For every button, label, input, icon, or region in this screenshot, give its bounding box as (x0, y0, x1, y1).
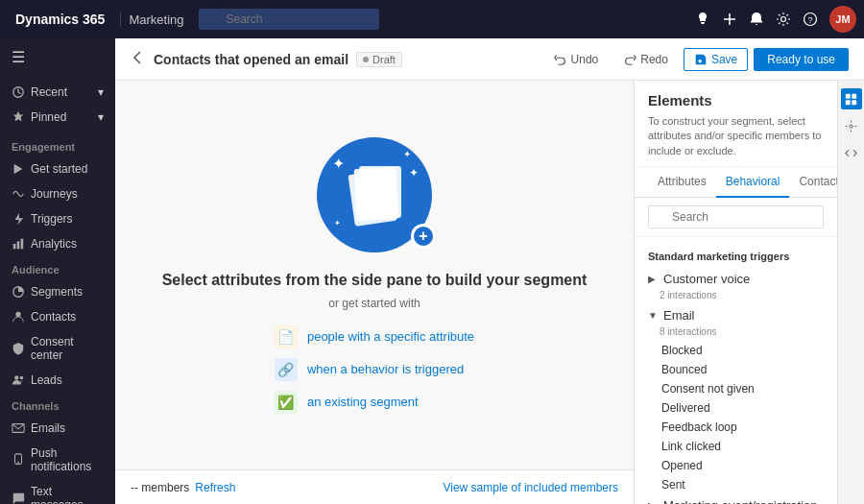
leads-icon (12, 373, 25, 387)
tab-attributes[interactable]: Attributes (648, 167, 716, 198)
panel-tabs: Attributes Behavioral Contacts (635, 167, 837, 198)
undo-button[interactable]: Undo (544, 49, 609, 70)
canvas: ✦ ✦ ✦ ✦ + Select attributes from the sid… (115, 81, 634, 504)
canvas-option-attribute[interactable]: 📄 people with a specific attribute (275, 325, 474, 348)
panel-leaf-delivered[interactable]: Delivered (635, 398, 837, 418)
sidebar-item-push[interactable]: Push notifications (0, 441, 115, 479)
tab-behavioral[interactable]: Behavioral (716, 167, 790, 198)
triggers-icon (12, 212, 25, 226)
panel-item-customer-voice[interactable]: ▶ Customer voice (635, 268, 837, 290)
search-input[interactable] (199, 9, 379, 30)
pin-icon (12, 110, 25, 124)
redo-button[interactable]: Redo (613, 49, 678, 70)
sidebar-item-segments[interactable]: Segments (0, 279, 115, 304)
panel-main: Elements To construct your segment, sele… (635, 81, 837, 504)
panel-leaf-bounced[interactable]: Bounced (635, 360, 837, 379)
tab-contacts[interactable]: Contacts (789, 167, 837, 198)
panel-content: Standard marketing triggers ▶ Customer v… (635, 237, 837, 504)
behavior-option-label: when a behavior is triggered (307, 362, 464, 376)
brand-title: Dynamics 365 (8, 12, 112, 27)
code-icon (845, 147, 857, 159)
segment-icon: ✅ (275, 391, 298, 414)
panel-leaf-sent[interactable]: Sent (635, 475, 837, 494)
sidebar-item-leads[interactable]: Leads (0, 368, 115, 393)
sms-label: Text messages (31, 485, 104, 504)
back-button[interactable] (131, 50, 146, 68)
sidebar-item-journeys[interactable]: Journeys (0, 181, 115, 206)
panel-search (635, 198, 837, 237)
get-started-icon (12, 162, 25, 176)
canvas-option-segment[interactable]: ✅ an existing segment (275, 391, 419, 414)
save-button[interactable]: Save (684, 48, 748, 71)
main-layout: ☰ Recent ▾ Pinned ▾ Engagement Get start… (0, 38, 864, 504)
sidebar-item-get-started[interactable]: Get started (0, 156, 115, 181)
redo-icon (623, 53, 636, 66)
canvas-main-title: Select attributes from the side pane to … (162, 272, 588, 289)
search-bar[interactable] (199, 9, 506, 30)
panel-item-email[interactable]: ▼ Email (635, 304, 837, 326)
undo-icon (554, 53, 567, 66)
doc-3 (359, 166, 401, 218)
sidebar-item-analytics[interactable]: Analytics (0, 231, 115, 256)
panel-item-marketing-event[interactable]: ▶ Marketing event/registration (635, 494, 837, 504)
canvas-subtitle: or get started with (328, 297, 420, 310)
recent-icon (12, 85, 25, 99)
sidebar-item-recent[interactable]: Recent ▾ (0, 80, 115, 105)
user-avatar[interactable]: JM (829, 6, 856, 33)
canvas-illustration: ✦ ✦ ✦ ✦ + (317, 137, 432, 252)
svg-point-14 (14, 375, 18, 379)
panel-leaf-feedback[interactable]: Feedback loop (635, 418, 837, 437)
svg-point-30 (850, 124, 852, 127)
canvas-body: ✦ ✦ ✦ ✦ + Select attributes from the sid… (115, 81, 634, 469)
sidebar-item-emails[interactable]: Emails (0, 416, 115, 441)
sidebar: ☰ Recent ▾ Pinned ▾ Engagement Get start… (0, 38, 115, 504)
segments-label: Segments (31, 285, 83, 299)
bell-icon[interactable] (749, 12, 764, 27)
sparkle-2: ✦ (403, 149, 411, 159)
audience-group-header: Audience (0, 256, 115, 279)
svg-rect-10 (17, 241, 20, 249)
emails-icon (12, 421, 25, 435)
svg-point-15 (20, 376, 24, 380)
content-area: Contacts that opened an email Draft Undo… (115, 38, 864, 504)
sidebar-item-triggers[interactable]: Triggers (0, 206, 115, 231)
sidebar-item-contacts[interactable]: Contacts (0, 304, 115, 329)
pinned-label: Pinned (31, 110, 66, 124)
svg-point-13 (15, 312, 20, 317)
panel-search-input[interactable] (648, 205, 824, 228)
panel-icon-code[interactable] (841, 142, 862, 163)
lightbulb-icon[interactable] (695, 12, 710, 27)
panel-leaf-link-clicked[interactable]: Link clicked (635, 437, 837, 456)
consent-icon (12, 342, 25, 355)
canvas-option-behavior[interactable]: 🔗 when a behavior is triggered (275, 358, 464, 381)
sidebar-item-consent[interactable]: Consent center (0, 329, 115, 368)
push-icon (12, 453, 25, 467)
ready-to-use-button[interactable]: Ready to use (754, 48, 849, 71)
help-icon[interactable]: ? (803, 12, 818, 27)
panel-icon-settings[interactable] (841, 115, 862, 136)
grid-icon (845, 93, 857, 106)
attribute-option-label: people with a specific attribute (307, 329, 474, 344)
doc-stack-icon (346, 166, 403, 224)
attribute-icon: 📄 (275, 325, 298, 348)
svg-rect-26 (846, 93, 851, 98)
hamburger-menu[interactable]: ☰ (0, 38, 115, 76)
panel-icon-grid[interactable] (841, 88, 862, 109)
refresh-button[interactable]: Refresh (195, 481, 235, 494)
journeys-label: Journeys (31, 187, 78, 201)
sidebar-item-sms[interactable]: Text messages (0, 479, 115, 504)
svg-rect-9 (13, 244, 16, 249)
elements-panel: Elements To construct your segment, sele… (634, 81, 864, 504)
module-label: Marketing (120, 12, 191, 27)
view-sample-link[interactable]: View sample of included members (443, 481, 618, 494)
back-icon (131, 50, 146, 65)
panel-leaf-consent[interactable]: Consent not given (635, 379, 837, 398)
panel-leaf-blocked[interactable]: Blocked (635, 341, 837, 360)
svg-rect-29 (852, 100, 856, 105)
sparkle-1: ✦ (332, 155, 345, 173)
gear-icon[interactable] (776, 12, 791, 27)
sidebar-item-pinned[interactable]: Pinned ▾ (0, 105, 115, 130)
plus-icon[interactable] (722, 12, 737, 27)
content-header: Contacts that opened an email Draft Undo… (115, 38, 864, 81)
panel-leaf-opened[interactable]: Opened (635, 456, 837, 475)
